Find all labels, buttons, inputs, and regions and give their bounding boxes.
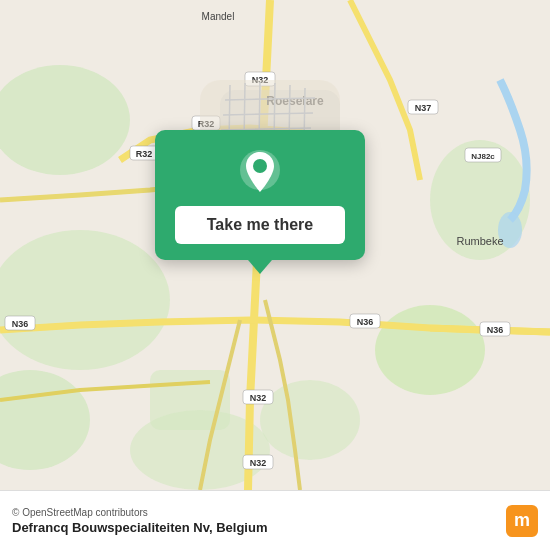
svg-text:NJ82c: NJ82c [471,152,495,161]
svg-text:N37: N37 [415,103,432,113]
svg-text:R32: R32 [136,149,153,159]
popup-card: Take me there [155,130,365,260]
bottom-bar: © OpenStreetMap contributors Defrancq Bo… [0,490,550,550]
moovit-letter: m [514,510,530,531]
svg-text:N36: N36 [357,317,374,327]
svg-point-48 [253,159,267,173]
svg-point-5 [375,305,485,395]
place-name: Defrancq Bouwspecialiteiten Nv, Belgium [12,520,267,535]
svg-text:N36: N36 [12,319,29,329]
location-pin-icon [236,148,284,196]
osm-credit: © OpenStreetMap contributors [12,507,267,518]
svg-point-6 [260,380,360,460]
bottom-left-info: © OpenStreetMap contributors Defrancq Bo… [12,507,267,535]
svg-text:N36: N36 [487,325,504,335]
svg-text:Rumbeke: Rumbeke [456,235,503,247]
moovit-logo-icon: m [506,505,538,537]
map-container: N32 N32 N32 N36 N36 N37 R32 N36 NJ82c R3… [0,0,550,490]
svg-text:N32: N32 [250,458,267,468]
svg-text:N32: N32 [250,393,267,403]
moovit-logo: m [506,505,538,537]
svg-text:Mandel: Mandel [202,11,235,22]
take-me-there-button[interactable]: Take me there [175,206,345,244]
